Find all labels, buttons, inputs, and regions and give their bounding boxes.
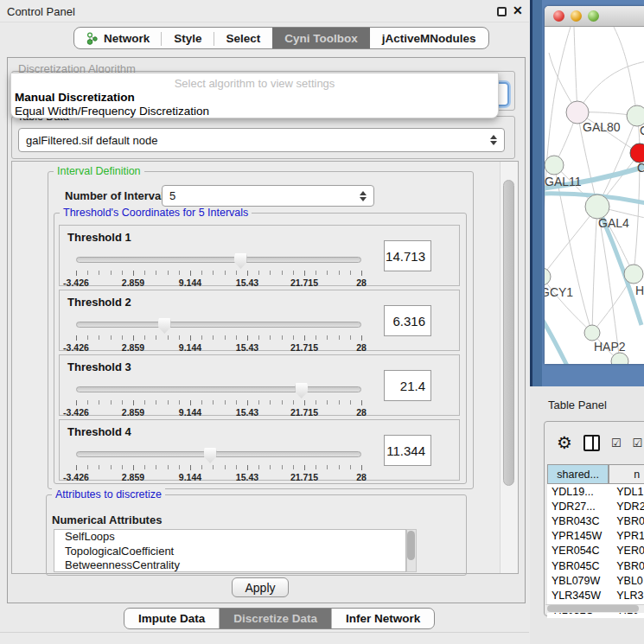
network-node-label: GAL80 (583, 120, 621, 134)
tab-network[interactable]: Network (74, 28, 162, 48)
slider-track[interactable] (76, 386, 361, 392)
name-cell[interactable]: YLR3 (609, 588, 644, 603)
shared-name-cell[interactable]: YDL19... (547, 484, 609, 499)
columns-icon[interactable] (583, 435, 600, 451)
tab-cyni-toolbox-label: Cyni Toolbox (284, 32, 358, 45)
numerical-attributes-list[interactable]: SelfLoopsTopologicalCoefficientBetweenne… (54, 529, 406, 572)
gear-icon[interactable]: ⚙ (557, 434, 572, 451)
threshold-2-box: Threshold 2-3.4262.8599.14415.4321.71528… (59, 290, 460, 351)
threshold-value-field[interactable]: 11.344 (384, 435, 431, 466)
table-row[interactable]: YLR345WYLR3 (547, 588, 644, 603)
threshold-value-field[interactable]: 6.316 (384, 305, 431, 336)
network-node[interactable] (545, 156, 564, 175)
table-row[interactable]: YBR045CYBR0 (547, 558, 644, 573)
slider-thumb[interactable] (234, 253, 247, 269)
attribute-list-item[interactable]: BetweennessCentrality (54, 558, 405, 572)
slider-thumb[interactable] (204, 448, 217, 463)
tab-impute-data[interactable]: Impute Data (124, 609, 220, 628)
checkbox-icon[interactable]: ☑ (611, 437, 622, 450)
shared-name-cell[interactable]: YBL079W (547, 573, 609, 588)
float-window-icon[interactable] (497, 7, 507, 16)
tab-style[interactable]: Style (162, 28, 214, 48)
algorithm-option-equal-width[interactable]: Equal Width/Frequency Discretization (15, 105, 209, 118)
checkbox-icon[interactable]: ☑ (633, 437, 643, 450)
number-of-intervals-value: 5 (163, 189, 356, 202)
tab-select-label: Select (226, 32, 261, 45)
network-node-label: GAL11 (545, 175, 582, 188)
tab-select[interactable]: Select (214, 28, 273, 48)
table-data-combobox[interactable]: galFiltered.sif default node (18, 128, 505, 152)
vertical-scrollbar-thumb[interactable] (503, 180, 514, 486)
table-row[interactable]: YPR145WYPR1 (547, 529, 644, 544)
network-window-titlebar[interactable] (545, 6, 644, 27)
apply-button[interactable]: Apply (232, 577, 289, 597)
table-row[interactable]: YDL19...YDL1 (547, 484, 644, 499)
shared-name-cell[interactable]: YPR145W (547, 529, 609, 544)
name-cell[interactable]: YPR1 (609, 529, 644, 544)
name-cell[interactable]: YBR0 (609, 513, 644, 528)
number-of-intervals-label: Number of Intervals (65, 189, 170, 202)
name-cell[interactable]: YBR0 (609, 558, 644, 573)
slider-thumb[interactable] (158, 318, 171, 334)
network-node-label: HAP2 (594, 340, 626, 354)
threshold-slider[interactable]: -3.4262.8599.14415.4321.71528 (76, 253, 363, 283)
stepper-icon (356, 191, 370, 201)
algorithm-placeholder-option[interactable]: Select algorithm to view settings (11, 77, 498, 90)
attributes-scrollbar-thumb[interactable] (407, 531, 415, 560)
thresholds-group-title: Threshold's Coordinates for 5 Intervals (60, 207, 252, 219)
name-cell[interactable]: YER0 (609, 544, 644, 558)
horizontal-scrollbar-thumb[interactable] (547, 605, 639, 612)
network-node[interactable] (584, 325, 600, 341)
threshold-slider[interactable]: -3.4262.8599.14415.4321.71528 (76, 448, 363, 477)
name-cell[interactable]: YDL1 (609, 484, 644, 499)
tab-cyni-toolbox[interactable]: Cyni Toolbox (272, 28, 370, 48)
network-node-label: GCY1 (545, 285, 573, 299)
algorithm-option-manual[interactable]: Manual Discretization (15, 91, 135, 104)
threshold-slider[interactable]: -3.4262.8599.14415.4321.71528 (76, 318, 363, 348)
network-node[interactable] (624, 265, 643, 284)
table-row[interactable]: YBR043CYBR0 (547, 513, 644, 528)
shared-name-cell[interactable]: YLR345W (547, 588, 609, 603)
threshold-value-field[interactable]: 21.4 (384, 370, 431, 401)
slider-thumb[interactable] (295, 383, 308, 399)
table-row[interactable]: YER054CYER0 (547, 544, 644, 558)
number-of-intervals-combobox[interactable]: 5 (162, 185, 374, 207)
slider-ticks (76, 271, 361, 276)
tab-jactivemnodules[interactable]: jActiveMNodules (370, 28, 488, 48)
tab-style-label: Style (174, 32, 201, 45)
threshold-slider[interactable]: -3.4262.8599.14415.4321.71528 (76, 383, 363, 412)
name-cell[interactable]: YBL0 (609, 573, 644, 588)
shared-name-cell[interactable]: YBR045C (547, 558, 609, 573)
slider-track[interactable] (76, 322, 361, 328)
close-traffic-light-icon[interactable] (553, 10, 564, 22)
shared-name-cell[interactable]: YER054C (547, 544, 609, 558)
minimize-traffic-light-icon[interactable] (571, 10, 582, 22)
table-row[interactable]: YBL079WYBL0 (547, 573, 644, 588)
table-toolbar: ⚙ ☑ ☑ (545, 424, 644, 462)
zoom-traffic-light-icon[interactable] (588, 10, 599, 22)
column-header-shared-name[interactable]: shared... (547, 464, 609, 484)
network-node[interactable] (611, 353, 628, 364)
tab-discretize-data[interactable]: Discretize Data (220, 609, 332, 628)
tab-infer-network[interactable]: Infer Network (332, 609, 434, 628)
shared-name-cell[interactable]: YDR27... (547, 499, 609, 513)
table-row[interactable]: YDR27...YDR2 (547, 499, 644, 513)
control-panel-titlebar: Control Panel ✕ (0, 0, 529, 22)
shared-name-cell[interactable]: YBR043C (547, 513, 609, 528)
name-cell[interactable]: YDR2 (609, 499, 644, 513)
network-node[interactable] (630, 143, 644, 163)
network-node[interactable] (545, 268, 551, 285)
threshold-value-field[interactable]: 14.713 (384, 240, 431, 271)
attribute-list-item[interactable]: SelfLoops (54, 530, 405, 545)
network-node-label: H (635, 284, 644, 297)
network-node[interactable] (585, 194, 609, 219)
close-icon[interactable]: ✕ (513, 3, 523, 17)
slider-track[interactable] (76, 451, 361, 457)
slider-track[interactable] (76, 257, 361, 263)
slider-tick-labels: -3.4262.8599.14415.4321.71528 (76, 342, 361, 353)
network-view-canvas[interactable]: GAL80GACGAL11GAL4GCY1HHAP2 (545, 27, 644, 364)
bottom-divider (0, 632, 529, 633)
attribute-list-item[interactable]: TopologicalCoefficient (54, 545, 405, 559)
column-header-name[interactable]: n (609, 464, 644, 484)
stepper-icon (487, 135, 501, 145)
